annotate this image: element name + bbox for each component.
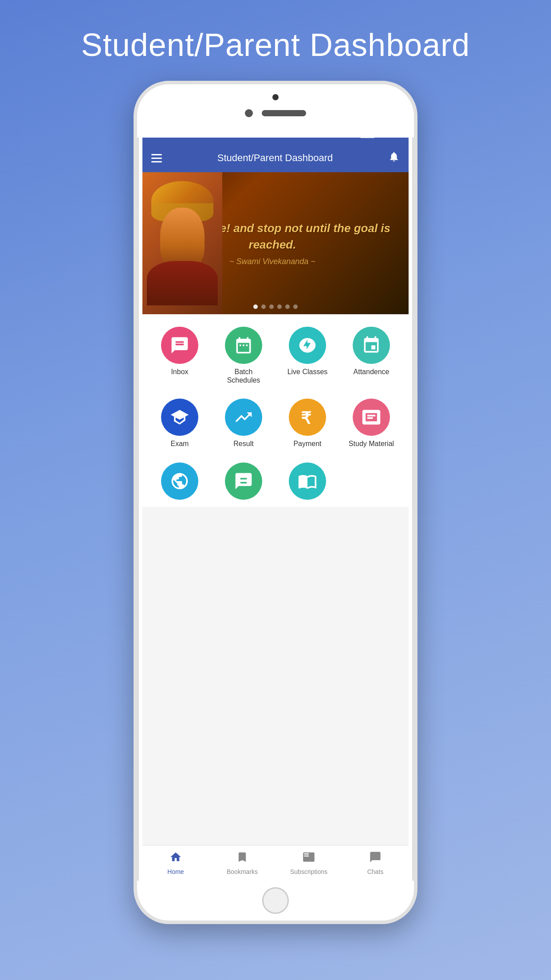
nav-subscriptions[interactable]: Subscriptions	[276, 847, 342, 879]
payment-icon: ₹	[289, 399, 326, 436]
payment-item[interactable]: ₹ Payment	[277, 393, 338, 453]
inbox-label: Inbox	[171, 368, 188, 376]
subscriptions-icon	[303, 851, 315, 866]
exam-label: Exam	[171, 439, 189, 448]
study-material-icon	[353, 399, 390, 436]
live-classes-icon	[289, 327, 326, 364]
camera-area	[245, 109, 306, 117]
exam-icon	[161, 399, 198, 436]
globe-item[interactable]	[150, 457, 210, 500]
attendance-icon	[353, 327, 390, 364]
icon-grid-row3	[150, 457, 401, 500]
result-icon	[225, 399, 262, 436]
live-classes-label: Live Classes	[287, 368, 328, 376]
icon-grid-row2: Exam Result ₹ Pay	[150, 393, 401, 453]
app-bar: Student/Parent Dashboard	[142, 144, 409, 172]
page-title: Student/Parent Dashboard	[81, 27, 470, 63]
batch-schedules-item[interactable]: BatchSchedules	[213, 321, 274, 390]
bottom-nav: Home Bookmarks Subscriptions	[142, 845, 409, 881]
nav-home[interactable]: Home	[142, 847, 209, 879]
hamburger-line3	[151, 161, 162, 162]
dot-3[interactable]	[269, 304, 274, 309]
banner-portrait	[142, 172, 222, 314]
dot-5[interactable]	[285, 304, 290, 309]
dot-2[interactable]	[261, 304, 266, 309]
inbox-item[interactable]: Inbox	[150, 321, 210, 390]
books-icon	[289, 462, 326, 500]
nav-bookmarks-label: Bookmarks	[227, 868, 258, 875]
home-button[interactable]	[262, 887, 289, 914]
front-camera	[245, 109, 253, 117]
result-item[interactable]: Result	[213, 393, 274, 453]
nav-chats[interactable]: Chats	[342, 847, 409, 879]
phone-frame: 7:42 PM ...0.3KB/s ⏰ ▓▓▓ 📶 🔋 98 Student/…	[134, 81, 417, 924]
dot-1[interactable]	[253, 304, 258, 309]
attendance-label: Attandence	[354, 368, 390, 376]
study-material-item[interactable]: Study Material	[341, 393, 401, 453]
notification-button[interactable]	[388, 151, 400, 165]
carousel-dots	[253, 304, 298, 309]
top-camera	[272, 94, 279, 100]
batch-schedules-icon	[225, 327, 262, 364]
notes-icon	[225, 462, 262, 500]
live-classes-item[interactable]: Live Classes	[277, 321, 338, 390]
empty-grid-item	[341, 457, 401, 500]
app-bar-title: Student/Parent Dashboard	[169, 152, 381, 164]
chat-icon	[369, 851, 382, 866]
home-icon	[169, 851, 182, 866]
exam-item[interactable]: Exam	[150, 393, 210, 453]
attendance-item[interactable]: Attandence	[341, 321, 401, 390]
books-item[interactable]	[277, 457, 338, 500]
nav-chats-label: Chats	[367, 868, 384, 875]
phone-bottom	[137, 881, 414, 921]
dot-6[interactable]	[293, 304, 298, 309]
nav-subscriptions-label: Subscriptions	[290, 868, 327, 875]
portrait-figure	[151, 181, 213, 305]
batch-schedules-label: BatchSchedules	[227, 368, 260, 384]
phone-screen: 7:42 PM ...0.3KB/s ⏰ ▓▓▓ 📶 🔋 98 Student/…	[142, 124, 409, 881]
nav-home-label: Home	[167, 868, 184, 875]
globe-icon	[161, 462, 198, 500]
result-label: Result	[233, 439, 253, 448]
hamburger-line2	[151, 158, 162, 159]
icon-grid-row1: Inbox BatchSchedules	[150, 321, 401, 390]
motivational-banner[interactable]: Arise! Awake! and stop not until the goa…	[142, 172, 409, 314]
svg-text:₹: ₹	[301, 409, 311, 427]
speaker	[262, 110, 306, 116]
bookmark-icon	[236, 851, 248, 866]
content-area: Inbox BatchSchedules	[142, 314, 409, 507]
dot-4[interactable]	[277, 304, 282, 309]
inbox-icon	[161, 327, 198, 364]
study-material-label: Study Material	[349, 439, 394, 448]
hamburger-line1	[151, 154, 162, 155]
phone-top	[137, 84, 414, 138]
payment-label: Payment	[293, 439, 321, 448]
menu-button[interactable]	[151, 154, 162, 162]
notes-item[interactable]	[213, 457, 274, 500]
nav-bookmarks[interactable]: Bookmarks	[209, 847, 276, 879]
